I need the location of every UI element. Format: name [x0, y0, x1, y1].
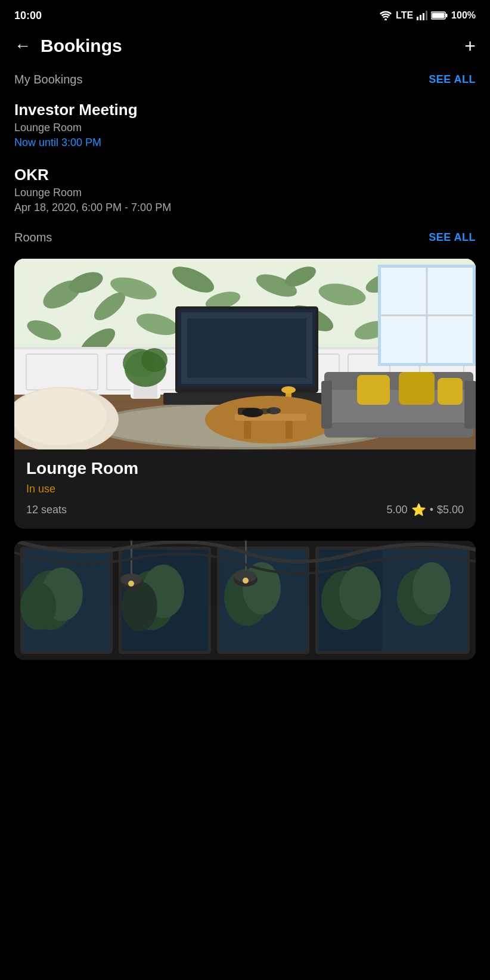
room-card-second[interactable] — [14, 541, 476, 660]
battery-icon — [431, 11, 448, 20]
room-price: $5.00 — [437, 504, 464, 516]
svg-point-105 — [413, 562, 451, 615]
svg-rect-2 — [420, 15, 421, 20]
rooms-header: Rooms SEE ALL — [14, 231, 476, 244]
status-bar: 10:00 LTE 100% — [0, 0, 490, 29]
booking-name-investor: Investor Meeting — [14, 101, 476, 119]
booking-room-okr: Lounge Room — [14, 187, 476, 199]
svg-rect-1 — [417, 17, 418, 20]
add-button[interactable]: + — [464, 36, 476, 55]
battery-label: 100% — [451, 10, 476, 21]
svg-rect-67 — [286, 421, 293, 439]
svg-rect-77 — [438, 378, 463, 405]
signal-icon — [417, 11, 427, 20]
page-title: Bookings — [41, 36, 122, 56]
svg-rect-80 — [238, 408, 253, 415]
rooms-section: Rooms SEE ALL — [0, 231, 490, 660]
svg-point-63 — [281, 386, 296, 393]
svg-point-109 — [128, 581, 134, 587]
svg-rect-74 — [321, 381, 332, 429]
room-seats-lounge: 12 seats — [26, 504, 67, 516]
star-icon: ⭐ — [411, 503, 426, 517]
svg-point-60 — [141, 348, 168, 372]
booking-time-okr: Apr 18, 2020, 6:00 PM - 7:00 PM — [14, 201, 476, 214]
svg-point-113 — [243, 578, 249, 584]
room-rating-price-lounge: 5.00 ⭐ • $5.00 — [387, 503, 464, 517]
my-bookings-see-all[interactable]: SEE ALL — [429, 73, 476, 86]
booking-item-okr[interactable]: OKR Lounge Room Apr 18, 2020, 6:00 PM - … — [14, 166, 476, 214]
my-bookings-title: My Bookings — [14, 73, 83, 86]
rooms-see-all[interactable]: SEE ALL — [429, 231, 476, 244]
room-rating: 5.00 — [387, 504, 408, 516]
header-left: ← Bookings — [14, 36, 122, 56]
booking-time-investor: Now until 3:00 PM — [14, 137, 476, 149]
svg-rect-3 — [423, 13, 424, 20]
svg-point-0 — [384, 18, 387, 20]
svg-point-81 — [259, 408, 271, 414]
room-card-lounge[interactable]: Lounge Room In use 12 seats 5.00 ⭐ • $5.… — [14, 259, 476, 529]
booking-item-investor[interactable]: Investor Meeting Lounge Room Now until 3… — [14, 101, 476, 149]
room-name-lounge: Lounge Room — [26, 459, 464, 478]
room-image-lounge — [14, 259, 476, 449]
my-bookings-header: My Bookings SEE ALL — [14, 73, 476, 86]
room-info-lounge: Lounge Room In use 12 seats 5.00 ⭐ • $5.… — [14, 449, 476, 529]
room-status-lounge: In use — [26, 483, 464, 495]
rating-dot: • — [430, 504, 433, 516]
status-icons: LTE 100% — [379, 10, 476, 21]
svg-point-96 — [20, 582, 56, 630]
booking-name-okr: OKR — [14, 166, 476, 184]
svg-point-103 — [339, 566, 381, 620]
svg-point-79 — [14, 388, 107, 445]
svg-rect-75 — [357, 375, 390, 405]
svg-rect-7 — [432, 13, 445, 18]
svg-rect-76 — [399, 372, 435, 405]
back-button[interactable]: ← — [14, 38, 31, 54]
svg-rect-4 — [426, 11, 427, 20]
my-bookings-section: My Bookings SEE ALL Investor Meeting Lou… — [0, 73, 490, 214]
room-details-lounge: 12 seats 5.00 ⭐ • $5.00 — [26, 503, 464, 517]
svg-rect-110 — [245, 541, 247, 573]
svg-rect-6 — [446, 14, 448, 17]
rooms-title: Rooms — [14, 231, 52, 244]
header: ← Bookings + — [0, 29, 490, 68]
booking-room-investor: Lounge Room — [14, 122, 476, 134]
wifi-icon — [379, 11, 392, 20]
svg-rect-66 — [244, 421, 251, 439]
status-time: 10:00 — [14, 10, 42, 22]
svg-rect-73 — [464, 381, 476, 429]
svg-rect-40 — [187, 318, 306, 378]
lte-label: LTE — [396, 10, 413, 21]
room-image-second — [14, 541, 476, 660]
